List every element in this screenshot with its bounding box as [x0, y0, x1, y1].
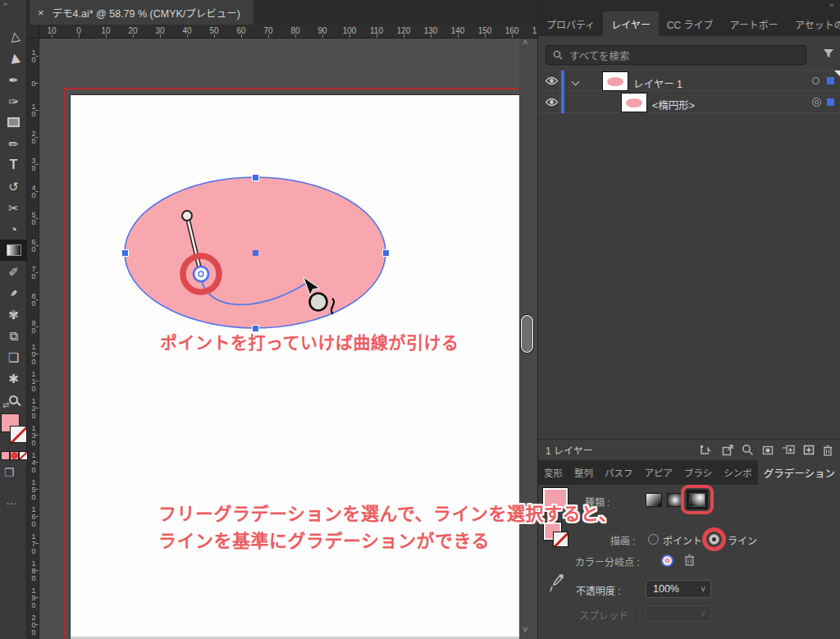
search-input[interactable]: すべてを検索 [546, 45, 806, 65]
color-stops-label: カラー分岐点 : [575, 555, 640, 568]
shaper-tool[interactable]: ✐ [0, 261, 27, 282]
tab-layers[interactable]: レイヤー [603, 11, 659, 36]
pen-tool[interactable]: ✒ [0, 69, 27, 90]
rectangle-tool[interactable] [0, 112, 27, 133]
tab-gradient[interactable]: グラデーション [758, 460, 840, 485]
tab-align[interactable]: 整列 [568, 460, 599, 485]
target-selected-icon[interactable] [812, 98, 821, 107]
gradient-tool[interactable] [0, 240, 27, 261]
tab-artboards[interactable]: アートボー [722, 11, 787, 36]
color-button[interactable] [2, 452, 9, 459]
scroll-up-icon[interactable]: ˄ [523, 39, 527, 47]
document-tab-bar: × デモ4.ai* @ 58.79 % (CMYK/プレビュー) [27, 0, 537, 25]
symbol-sprayer-tool[interactable]: ✱ [0, 367, 27, 389]
visibility-eye-icon[interactable] [545, 76, 559, 85]
draw-mode-button[interactable]: ❐ [4, 466, 15, 479]
linear-gradient-button[interactable] [646, 493, 662, 507]
collapse-toolbar-icon[interactable]: » [3, 0, 8, 8]
object-name[interactable]: <楕円形> [652, 97, 695, 112]
direct-selection-tool[interactable]: ▶ [0, 48, 27, 69]
paintbrush-tool[interactable]: ✏ [0, 133, 27, 154]
layer-row-layer1[interactable]: レイヤー 1 [538, 70, 840, 91]
artboard-tool-icon: ❏ [8, 351, 19, 363]
tab-brushes[interactable]: ブラシ [678, 460, 718, 485]
search-icon [553, 50, 563, 60]
artboard-tool[interactable]: ❏ [0, 346, 27, 367]
none-button[interactable] [20, 452, 27, 459]
right-panel: » プロパティ レイヤー CC ライブ アートボー アセットの ≡ すべてを検索 [537, 0, 840, 639]
stroke-swatch-none[interactable] [554, 532, 568, 546]
layer-selection-bar [561, 92, 564, 113]
draw-line-label[interactable]: ライン [728, 533, 757, 547]
more-tools-button[interactable]: … [6, 494, 18, 507]
clipping-mask-icon[interactable] [762, 445, 774, 456]
toolbar-grip[interactable]: ······ [5, 10, 21, 16]
object-thumbnail[interactable] [623, 94, 646, 111]
annotation-freeform-text-2: ラインを基準にグラデーションができる [158, 526, 490, 552]
eyedropper-icon[interactable] [548, 573, 564, 598]
new-sublayer-icon[interactable] [782, 445, 795, 455]
target-circle-icon[interactable] [812, 77, 819, 84]
delete-layer-trash-icon[interactable] [823, 445, 833, 456]
tab-transform[interactable]: 変形 [538, 460, 568, 485]
rotate-tool-icon: ↺ [8, 180, 19, 193]
curvature-tool[interactable]: ✑ [0, 90, 27, 112]
panel-top-strip: » [538, 0, 840, 11]
red-highlight-ring [681, 485, 714, 514]
selection-tool[interactable]: ▷ [0, 26, 27, 48]
opacity-select[interactable]: 100% ˅ [646, 580, 711, 598]
selection-square-icon[interactable] [827, 98, 834, 106]
document-title: デモ4.ai* @ 58.79 % (CMYK/プレビュー) [52, 5, 240, 21]
center-point-handle[interactable] [253, 250, 258, 256]
annotation-curve-text: ポイントを打っていけば曲線が引ける [160, 329, 459, 354]
layer-row-ellipse[interactable]: <楕円形> [538, 92, 840, 113]
scissors-tool-icon: ✂ [8, 202, 19, 214]
tab-properties[interactable]: プロパティ [538, 11, 603, 36]
visibility-eye-icon[interactable] [545, 98, 559, 107]
vertical-ruler[interactable]: 1001020304050607080901001101201301401501… [27, 39, 39, 639]
scrollbar-thumb[interactable] [522, 316, 532, 352]
swap-fill-stroke-icon[interactable]: ⇄ [2, 400, 9, 409]
ruler-corner[interactable] [27, 25, 39, 39]
draw-point-radio[interactable] [648, 534, 659, 545]
fill-stroke-widget[interactable] [2, 414, 26, 447]
search-layers-icon[interactable] [742, 444, 754, 456]
type-tool[interactable]: T [0, 154, 27, 176]
shape-builder-tool[interactable]: ⧉ [0, 325, 27, 346]
scroll-down-icon[interactable]: ˅ [523, 624, 527, 634]
close-tab-icon[interactable]: × [38, 7, 44, 19]
eyedropper-tool[interactable]: ✒ [0, 282, 27, 304]
canvas-vertical-scrollbar[interactable]: ˄ ˅ [519, 39, 537, 639]
filter-icon[interactable] [822, 47, 835, 60]
locate-object-icon[interactable] [700, 445, 714, 456]
rotate-view-tool[interactable]: ◔ [0, 218, 27, 240]
color-stop-icon[interactable] [661, 555, 673, 567]
layer-name[interactable]: レイヤー 1 [633, 75, 682, 91]
twirl-tool[interactable]: ✾ [0, 304, 27, 325]
chevron-down-icon[interactable] [572, 78, 580, 86]
selection-square-icon[interactable] [827, 77, 834, 84]
tab-cc-libraries[interactable]: CC ライブ [659, 11, 722, 36]
tab-assets[interactable]: アセットの [787, 11, 840, 36]
export-icon[interactable] [722, 445, 733, 456]
new-layer-icon[interactable] [803, 445, 815, 455]
scissors-tool[interactable]: ✂ [0, 197, 27, 218]
document-tab[interactable]: × デモ4.ai* @ 58.79 % (CMYK/プレビュー) [30, 0, 253, 25]
tab-symbols[interactable]: シンボ [718, 460, 758, 485]
delete-stop-trash-icon[interactable] [684, 554, 695, 569]
stroke-swatch-none[interactable] [11, 427, 26, 442]
draw-point-label[interactable]: ポイント [663, 533, 702, 547]
twirl-tool-icon: ✾ [8, 308, 19, 321]
tab-appearance[interactable]: アピア [639, 460, 679, 485]
collapse-panel-icon[interactable]: » [829, 1, 834, 9]
layer-thumbnail[interactable] [604, 73, 627, 89]
direct-selection-tool-icon: ▶ [7, 52, 21, 64]
gradient-end-handle[interactable] [182, 211, 192, 221]
gradient-button[interactable] [11, 452, 18, 459]
rotate-tool[interactable]: ↺ [0, 176, 27, 197]
tab-pathfinder[interactable]: パスフ [599, 460, 639, 485]
pen-tool-icon: ✒ [8, 74, 19, 86]
horizontal-ruler[interactable]: 1001020304050607080901001101201301401501… [39, 25, 537, 39]
gradient-tool-icon [7, 244, 21, 256]
gradient-fill-stroke-widget[interactable] [544, 523, 572, 550]
